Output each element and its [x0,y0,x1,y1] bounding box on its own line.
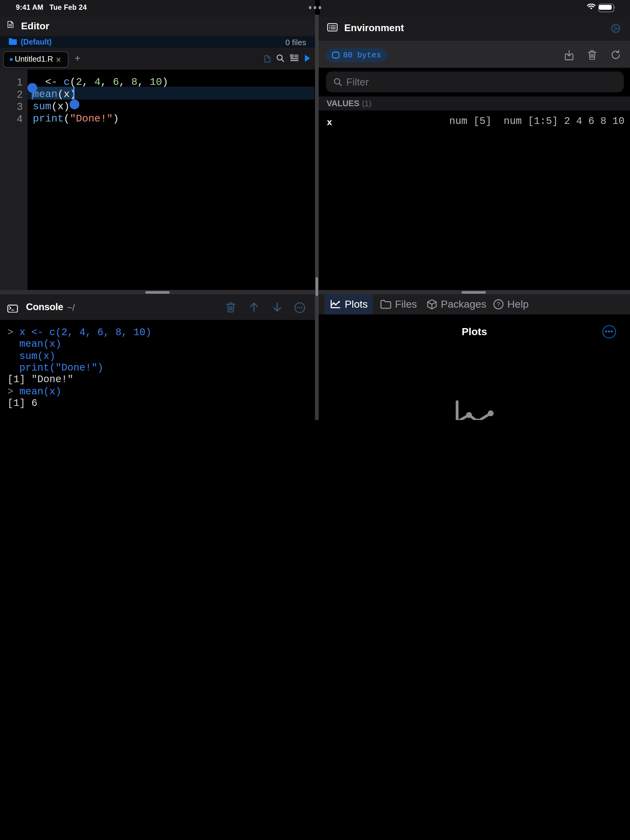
svg-text:?: ? [497,301,500,308]
